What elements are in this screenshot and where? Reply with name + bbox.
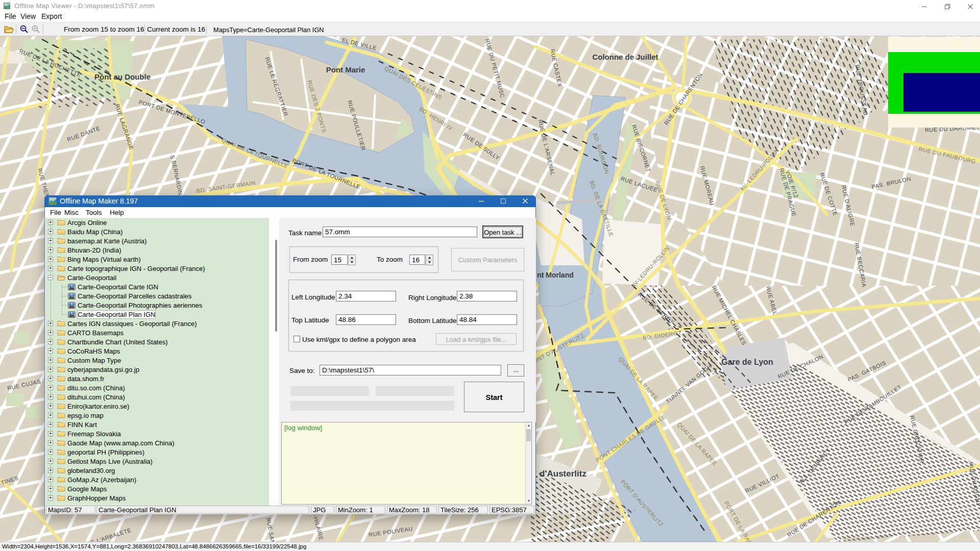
svg-text:Pont au Double: Pont au Double bbox=[94, 72, 151, 81]
svg-text:nt Morland: nt Morland bbox=[537, 271, 574, 279]
svg-text:Pont Marie: Pont Marie bbox=[326, 65, 365, 74]
svg-text:Gare de Lyon: Gare de Lyon bbox=[721, 358, 773, 366]
svg-text:Colonne de Juillet: Colonne de Juillet bbox=[592, 53, 658, 61]
svg-text:d'Austerlitz: d'Austerlitz bbox=[540, 469, 586, 479]
